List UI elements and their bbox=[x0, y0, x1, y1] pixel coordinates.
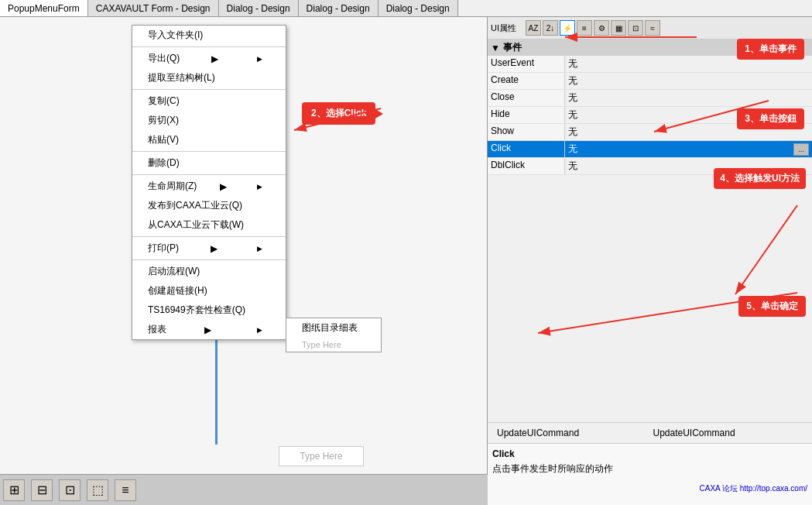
prop-bottom-text: 点击事件发生时所响应的动作 bbox=[492, 462, 807, 476]
menu-print[interactable]: 打印(P)▶ bbox=[132, 239, 286, 258]
separator-6 bbox=[132, 259, 286, 260]
prop-btn-extra3[interactable]: ≈ bbox=[645, 20, 660, 36]
menu-delete[interactable]: 删除(D) bbox=[132, 153, 286, 173]
prop-bottom-desc: Click 点击事件发生时所响应的动作 CAXA 论坛 http://top.c… bbox=[488, 443, 812, 505]
menu-start-flow[interactable]: 启动流程(W) bbox=[132, 262, 286, 281]
menu-ts16949[interactable]: TS16949齐套性检查(Q) bbox=[132, 301, 286, 320]
submenu-report: 图纸目录细表 Type Here bbox=[286, 318, 382, 352]
tab-bar: PopupMenuForm CAXAVAULT Form - Design Di… bbox=[0, 0, 812, 17]
submenu-placeholder: Type Here bbox=[286, 338, 381, 352]
right-panel: 1、单击事件 3、单击按鈕 UI属性 AZ 2↓ ⚡ ≡ ⚙ ▦ ⊡ ≈ ▼ bbox=[488, 17, 812, 505]
prop-btn-props[interactable]: ≡ bbox=[577, 20, 592, 36]
separator-1 bbox=[132, 46, 286, 47]
prop-bottom-title: Click bbox=[492, 448, 807, 459]
update-row: UpdateUICommand UpdateUICommand bbox=[488, 422, 812, 443]
prop-btn-sort-az[interactable]: AZ bbox=[526, 20, 541, 36]
menu-import-folder[interactable]: 导入文件夹(I) bbox=[132, 26, 286, 45]
caxa-link[interactable]: CAXA 论坛 http://top.caxa.com/ bbox=[492, 483, 807, 494]
prop-toolbar: AZ 2↓ ⚡ ≡ ⚙ ▦ ⊡ ≈ bbox=[526, 20, 660, 36]
prop-row-close[interactable]: Close 无 bbox=[488, 90, 812, 107]
prop-btn-sort-num[interactable]: 2↓ bbox=[543, 20, 558, 36]
submenu-item-chart[interactable]: 图纸目录细表 bbox=[286, 318, 381, 338]
form-bottom-items: Type Here bbox=[279, 446, 364, 466]
toolbar-icon-2[interactable]: ⊟ bbox=[31, 479, 53, 501]
prop-grid: ▼ 事件 UserEvent 无 Create 无 Close 无 Hide 无… bbox=[488, 40, 812, 422]
tab-caxavault[interactable]: CAXAVAULT Form - Design bbox=[88, 0, 219, 16]
menu-copy[interactable]: 复制(C) bbox=[132, 91, 286, 111]
prop-click-dots-btn[interactable]: ... bbox=[793, 143, 809, 156]
menu-publish-cloud[interactable]: 发布到CAXA工业云(Q) bbox=[132, 196, 286, 215]
left-panel: 2、选择Click 导入文件夹(I) 导出(Q)▶ 提取至结构树(L) 复制(C… bbox=[0, 17, 488, 505]
toolbar-icon-4[interactable]: ⬚ bbox=[87, 479, 108, 501]
separator-3 bbox=[132, 151, 286, 152]
menu-report[interactable]: 报表▶ bbox=[132, 320, 286, 339]
update-cell-1: UpdateUICommand bbox=[494, 426, 650, 440]
prop-btn-settings[interactable]: ⚙ bbox=[594, 20, 609, 36]
prop-row-create[interactable]: Create 无 bbox=[488, 73, 812, 90]
prop-row-click[interactable]: Click 无 ... bbox=[488, 141, 812, 158]
prop-btn-extra1[interactable]: ▦ bbox=[611, 20, 626, 36]
callout-1: 1、单击事件 bbox=[737, 39, 804, 60]
form-item-1: Type Here bbox=[279, 446, 364, 466]
menu-hyperlink[interactable]: 创建超链接(H) bbox=[132, 281, 286, 301]
menu-download-cloud[interactable]: 从CAXA工业云下载(W) bbox=[132, 215, 286, 235]
toolbar-icon-1[interactable]: ⊞ bbox=[3, 479, 25, 501]
menu-export[interactable]: 导出(Q)▶ bbox=[132, 49, 286, 68]
callout-3: 3、单击按鈕 bbox=[737, 108, 804, 129]
tab-popupmenuform[interactable]: PopupMenuForm bbox=[0, 0, 88, 16]
callout-5: 5、单击确定 bbox=[738, 296, 806, 317]
callout-2: 2、选择Click bbox=[302, 102, 375, 125]
prop-btn-events[interactable]: ⚡ bbox=[560, 20, 575, 36]
prop-panel-header: UI属性 AZ 2↓ ⚡ ≡ ⚙ ▦ ⊡ ≈ bbox=[488, 17, 812, 40]
separator-5 bbox=[132, 236, 286, 237]
menu-extract-tree[interactable]: 提取至结构树(L) bbox=[132, 68, 286, 88]
main-area: 2、选择Click 导入文件夹(I) 导出(Q)▶ 提取至结构树(L) 复制(C… bbox=[0, 17, 812, 505]
menu-paste[interactable]: 粘贴(V) bbox=[132, 130, 286, 149]
tab-dialog3[interactable]: Dialog - Design bbox=[379, 0, 458, 16]
separator-4 bbox=[132, 174, 286, 175]
callout-4: 4、选择触发UI方法 bbox=[714, 168, 806, 189]
context-menu: 导入文件夹(I) 导出(Q)▶ 提取至结构树(L) 复制(C) 剪切(X) 粘贴… bbox=[132, 25, 286, 340]
menu-cut[interactable]: 剪切(X) bbox=[132, 111, 286, 130]
bottom-toolbar: ⊞ ⊟ ⊡ ⬚ ≡ bbox=[0, 474, 488, 505]
menu-lifecycle[interactable]: 生命周期(Z)▶ bbox=[132, 177, 286, 196]
prop-btn-extra2[interactable]: ⊡ bbox=[628, 20, 643, 36]
tab-dialog1[interactable]: Dialog - Design bbox=[219, 0, 299, 16]
prop-panel-title: UI属性 bbox=[491, 22, 516, 34]
separator-2 bbox=[132, 89, 286, 90]
toolbar-icon-3[interactable]: ⊡ bbox=[59, 479, 81, 501]
tab-dialog2[interactable]: Dialog - Design bbox=[299, 0, 379, 16]
toolbar-icon-5[interactable]: ≡ bbox=[115, 479, 136, 501]
update-cell-2: UpdateUICommand bbox=[650, 426, 807, 440]
